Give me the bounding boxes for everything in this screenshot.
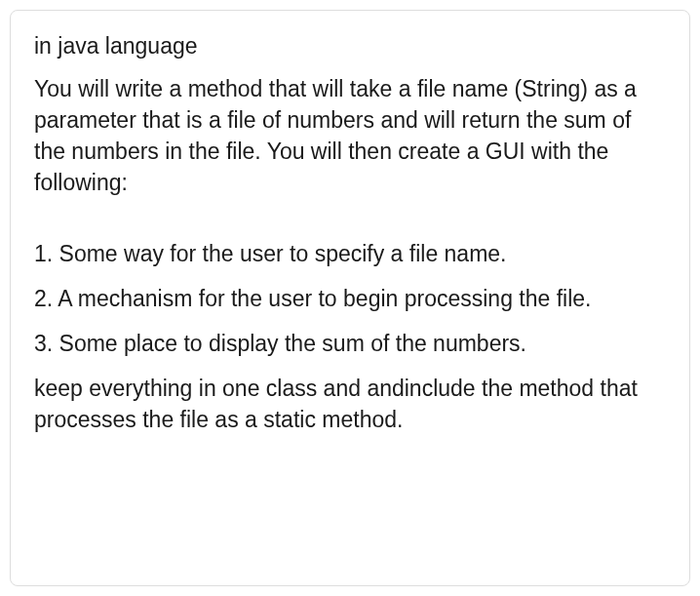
closing-paragraph: keep everything in one class and andincl… (34, 373, 666, 435)
list-item-1: 1. Some way for the user to specify a fi… (34, 238, 666, 269)
list-item-3: 3. Some place to display the sum of the … (34, 328, 666, 359)
heading-text: in java language (34, 32, 666, 61)
list-item-2: 2. A mechanism for the user to begin pro… (34, 283, 666, 314)
intro-paragraph: You will write a method that will take a… (34, 73, 666, 199)
document-container: in java language You will write a method… (10, 10, 690, 586)
